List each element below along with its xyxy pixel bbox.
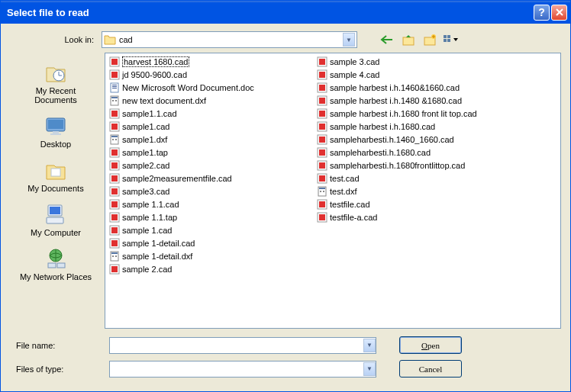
svg-rect-64	[319, 72, 325, 78]
file-item[interactable]: sampleharbesti.h.1460_1660.cad	[315, 133, 528, 146]
file-name-label: sampleharbesti.h.1680frontlittop.cad	[330, 161, 465, 170]
svg-rect-78	[319, 162, 325, 169]
svg-rect-0	[403, 37, 414, 45]
chevron-down-icon[interactable]: ▼	[343, 33, 355, 47]
svg-rect-83	[320, 191, 321, 192]
file-item[interactable]: sample2.cad	[107, 159, 315, 172]
new-folder-button[interactable]	[421, 31, 438, 48]
file-item[interactable]: sample 1-detail.dxf	[107, 249, 315, 262]
chevron-down-icon[interactable]: ▼	[363, 339, 376, 352]
file-name-label: sample harbest i.h.1460&1660.cad	[330, 83, 460, 92]
dxf-file-icon	[108, 133, 121, 145]
files-of-type-combo[interactable]: ▼	[109, 361, 376, 378]
file-item[interactable]: sample 1.cad	[107, 223, 315, 236]
place-my-computer[interactable]: My Computer	[18, 199, 94, 242]
file-item[interactable]: sample3.cad	[107, 185, 315, 198]
svg-rect-6	[447, 39, 450, 42]
titlebar: Select file to read ?	[1, 1, 570, 24]
file-item[interactable]: testfile-a.cad	[315, 210, 528, 223]
recent-documents-icon	[44, 60, 68, 85]
file-item[interactable]: sampleharbesti.h.1680frontlittop.cad	[315, 159, 528, 172]
file-name-label: sample1.1.cad	[122, 109, 177, 118]
file-item[interactable]: sample 1.1.tap	[107, 210, 315, 223]
cad-file-icon	[316, 108, 328, 119]
svg-rect-40	[111, 149, 118, 156]
my-documents-icon	[44, 158, 68, 182]
cad-file-icon	[316, 146, 328, 158]
up-one-level-button[interactable]	[400, 31, 417, 48]
file-item[interactable]: sample 1-detail.cad	[107, 236, 315, 249]
cad-file-icon	[108, 159, 121, 171]
svg-rect-76	[319, 149, 325, 156]
svg-rect-80	[319, 175, 325, 182]
svg-rect-72	[319, 124, 325, 130]
view-menu-button[interactable]	[443, 31, 460, 48]
svg-rect-62	[319, 59, 325, 65]
svg-rect-24	[112, 85, 117, 85]
file-item[interactable]: sample harbest i.h.1460&1660.cad	[315, 81, 528, 94]
file-name-label: sample2measurementfile.cad	[122, 174, 232, 183]
help-button[interactable]: ?	[534, 5, 550, 21]
file-item[interactable]: sampleharbesti.h.1680.cad	[315, 146, 528, 159]
file-item[interactable]: sample 2.cad	[107, 262, 315, 275]
svg-rect-22	[111, 72, 118, 78]
file-item[interactable]: sample harbest i.h.1680 front lit top.ca…	[315, 107, 528, 120]
chevron-down-icon[interactable]: ▼	[363, 362, 376, 376]
files-of-type-label: Files of type:	[10, 365, 109, 374]
cad-file-icon	[108, 237, 121, 249]
svg-rect-38	[115, 139, 117, 140]
svg-rect-10	[53, 131, 59, 133]
look-in-value: cad	[119, 35, 343, 44]
file-name-label: sample harbest i.h.1680 front lit top.ca…	[330, 109, 477, 118]
place-my-documents[interactable]: My Documents	[18, 155, 94, 198]
file-name-label: sample1.dxf	[122, 135, 167, 144]
file-item[interactable]: new text document.dxf	[107, 94, 315, 107]
file-item[interactable]: sample1.cad	[107, 120, 315, 133]
file-item[interactable]: sample 4.cad	[315, 68, 528, 81]
cad-file-icon	[108, 172, 121, 184]
cancel-button[interactable]: Cancel	[399, 360, 462, 378]
cad-file-icon	[108, 120, 121, 132]
file-item[interactable]: sample 3.cad	[315, 55, 528, 68]
close-button[interactable]	[551, 5, 567, 21]
file-item[interactable]: sample1.1.cad	[107, 107, 315, 120]
look-in-label: Look in:	[10, 35, 102, 44]
file-name-input[interactable]: ▼	[109, 337, 376, 354]
place-desktop[interactable]: Desktop	[18, 111, 94, 153]
file-item[interactable]: test.cad	[315, 172, 528, 185]
file-item[interactable]: test.dxf	[315, 185, 528, 198]
file-name-label: sample2.cad	[122, 161, 169, 170]
file-item[interactable]: jd 9500-9600.cad	[107, 68, 315, 81]
cad-file-icon	[316, 56, 328, 67]
place-my-network-places[interactable]: My Network Places	[18, 243, 94, 286]
file-name-label: harvest 1680.cad	[122, 56, 189, 67]
place-recent-documents[interactable]: My Recent Documents	[18, 57, 94, 109]
file-item[interactable]: harvest 1680.cad	[107, 55, 315, 68]
file-item[interactable]: testfile.cad	[315, 198, 528, 210]
folder-icon	[104, 34, 116, 45]
file-item[interactable]: sample1.dxf	[107, 133, 315, 146]
file-item[interactable]: sample 1.1.cad	[107, 198, 315, 210]
look-in-combo[interactable]: cad ▼	[102, 31, 357, 48]
cad-file-icon	[108, 185, 121, 197]
file-name-label: sampleharbesti.h.1680.cad	[330, 148, 431, 157]
file-item[interactable]: sample harbest i.h.1480 &1680.cad	[315, 94, 528, 107]
cad-file-icon	[316, 211, 328, 223]
svg-rect-58	[115, 255, 117, 257]
cad-file-icon	[316, 95, 328, 106]
file-item[interactable]: sample2measurementfile.cad	[107, 172, 315, 185]
svg-rect-70	[319, 111, 325, 117]
svg-rect-30	[115, 100, 117, 101]
file-item[interactable]: New Microsoft Word Document.doc	[107, 81, 315, 94]
cad-file-icon	[316, 198, 328, 210]
svg-rect-54	[111, 240, 118, 246]
file-list-pane[interactable]: harvest 1680.cadjd 9500-9600.cadNew Micr…	[105, 53, 561, 329]
svg-rect-14	[50, 207, 60, 214]
file-item[interactable]: sample1.tap	[107, 146, 315, 159]
file-name-label: File name:	[10, 341, 109, 350]
svg-rect-88	[319, 214, 325, 220]
svg-rect-82	[319, 188, 325, 189]
back-button[interactable]	[379, 31, 395, 48]
file-item[interactable]: sample harbest i.h.1680.cad	[315, 120, 528, 133]
open-button[interactable]: Open	[399, 336, 462, 354]
